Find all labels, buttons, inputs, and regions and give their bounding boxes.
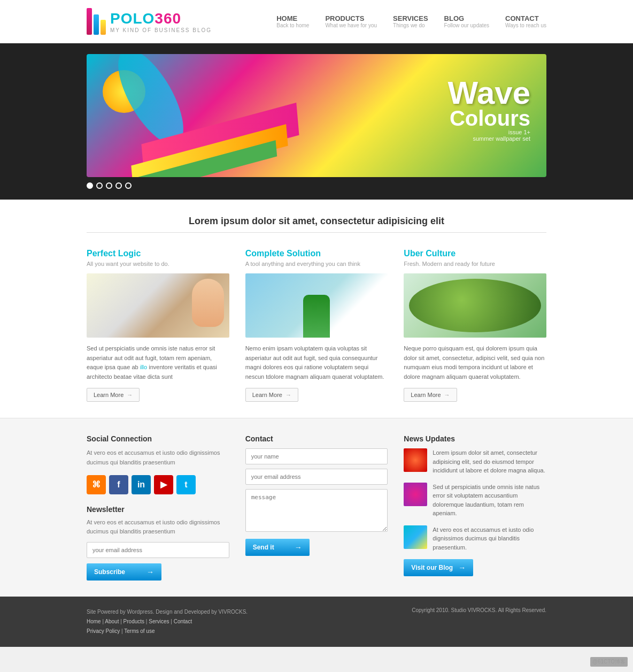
nav-contact-label: CONTACT [505,14,546,22]
hero-issue-text: issue 1+ [508,129,530,135]
footer-links: Home | About | Products | Services | Con… [87,617,248,627]
news-text-2: Sed ut perspiciatis unde omnis iste natu… [433,483,546,518]
contact-name-input[interactable] [245,448,388,464]
social-widget: Social Connection At vero eos et accusam… [87,434,229,580]
col1-face-shape [192,279,224,327]
hero-dots [87,182,546,189]
news-item-1: Lorem ipsum dolor sit amet, consectetur … [404,448,546,475]
col-perfect-logic: Perfect Logic All you want your website … [87,249,229,402]
hero-dot-4[interactable] [115,182,122,189]
col-uber-culture: Uber Culture Fresh. Modern and ready for… [404,249,546,402]
logo-bar-yellow [101,20,106,35]
col3-text: Neque porro quisquam est, qui dolorem ip… [404,344,546,381]
nav-products-sub: What we have for you [325,22,377,28]
footer-contact-link[interactable]: Contact [174,618,192,624]
hero-dot-3[interactable] [106,182,112,189]
main-tagline: Lorem ipsum dolor sit amet, consectetur … [87,216,546,227]
col3-button-arrow: → [444,392,450,398]
col1-button-arrow: → [127,392,133,398]
hero-dot-5[interactable] [125,182,132,189]
col1-image [87,273,229,338]
nav-blog-label: BLOG [444,14,490,22]
footer-left: Site Powered by Wordpress. Design and De… [87,607,248,636]
hero-sub-text: summer wallpaper set [473,135,530,142]
main-section: Lorem ipsum dolor sit amet, consectetur … [0,200,633,418]
content-columns: Perfect Logic All you want your website … [87,249,546,402]
col3-title: Uber Culture [404,249,546,258]
news-text-3: At vero eos et accusamus et iusto odio d… [433,525,546,552]
facebook-icon[interactable]: f [109,475,128,494]
col1-learn-more-button[interactable]: Learn More → [87,388,140,402]
contact-widget: Contact Send it → [245,434,388,580]
nav-home[interactable]: HOME Back to home [276,14,309,28]
footer-powered: Site Powered by Wordpress. Design and De… [87,607,248,617]
col1-link[interactable]: illo [140,364,147,370]
hero-dot-2[interactable] [96,182,103,189]
news-thumb-3 [404,525,427,549]
youtube-icon[interactable]: ▶ [154,475,173,494]
logo-bars [87,8,106,35]
send-button[interactable]: Send it → [245,539,310,556]
col3-learn-more-button[interactable]: Learn More → [404,388,457,402]
tagline-divider [87,232,546,233]
col1-subtitle: All you want your website to do. [87,261,229,267]
col2-subtitle: A tool anything and everything you can t… [245,261,388,267]
subscribe-button-arrow: → [146,568,154,576]
logo-name: POLO360 [110,10,212,27]
twitter-icon[interactable]: t [176,475,196,494]
hero-title2: Colours [447,108,530,129]
nav-blog[interactable]: BLOG Follow our updates [444,14,490,28]
subscribe-button-label: Subscribe [94,568,125,576]
subscribe-button[interactable]: Subscribe → [87,563,161,581]
footer-privacy-link[interactable]: Privacy Policy [87,628,120,634]
footer-products-link[interactable]: Products [123,618,144,624]
hero-issue: issue 1+ summer wallpaper set [447,129,530,142]
news-text-1: Lorem ipsum dolor sit amet, consectetur … [433,448,546,475]
col2-button-arrow: → [285,392,291,398]
nav-services-sub: Things we do [393,22,428,28]
footer-terms-link[interactable]: Terms of use [124,628,155,634]
widgets-section: Social Connection At vero eos et accusam… [0,418,633,596]
col3-ball-shape [409,279,541,332]
contact-title: Contact [245,434,388,443]
hero-banner: Wave Colours issue 1+ summer wallpaper s… [87,54,546,177]
send-button-label: Send it [253,544,274,551]
contact-email-input[interactable] [245,469,388,485]
contact-message-input[interactable] [245,489,388,532]
col2-title: Complete Solution [245,249,388,258]
col3-button-label: Learn More [411,392,441,398]
footer-privacy: Privacy Policy | Terms of use [87,627,248,636]
visit-blog-label: Visit our Blog [411,564,453,571]
linkedin-icon[interactable]: in [132,475,151,494]
hero-section: Wave Colours issue 1+ summer wallpaper s… [0,43,633,200]
hero-title1: Wave [447,79,530,108]
col2-button-label: Learn More [252,392,282,398]
nav-contact[interactable]: CONTACT Ways to reach us [505,14,546,28]
hero-dot-1[interactable] [87,182,93,189]
news-item-3: At vero eos et accusamus et iusto odio d… [404,525,546,552]
news-thumb-2 [404,483,427,506]
rss-icon[interactable]: ⌘ [87,475,106,494]
newsletter-title: Newsletter [87,505,229,514]
main-nav: HOME Back to home PRODUCTS What we have … [276,14,546,28]
footer-right: Copyright 2010. Studio VIVROCKS. All Rig… [412,607,546,613]
footer-about-link[interactable]: About [105,618,119,624]
footer: Site Powered by Wordpress. Design and De… [0,597,633,647]
nav-services-label: SERVICES [393,14,428,22]
news-widget: News Updates Lorem ipsum dolor sit amet,… [404,434,546,580]
visit-blog-button[interactable]: Visit our Blog → [404,559,473,576]
logo-text: POLO360 MY KIND OF BUSINESS BLOG [110,10,212,33]
nav-products[interactable]: PRODUCTS What we have for you [325,14,377,28]
send-button-arrow: → [295,543,302,552]
visit-blog-arrow: → [458,563,466,572]
newsletter-email-input[interactable] [87,542,229,558]
social-text: At vero eos et accusamus et iusto odio d… [87,448,229,467]
logo-number: 360 [155,10,181,27]
nav-services[interactable]: SERVICES Things we do [393,14,428,28]
logo: POLO360 MY KIND OF BUSINESS BLOG [87,8,212,35]
footer-services-link[interactable]: Services [149,618,169,624]
footer-home-link[interactable]: Home [87,618,101,624]
logo-name-text: POLO [110,10,155,27]
col2-learn-more-button[interactable]: Learn More → [245,388,298,402]
logo-tagline: MY KIND OF BUSINESS BLOG [110,27,212,33]
